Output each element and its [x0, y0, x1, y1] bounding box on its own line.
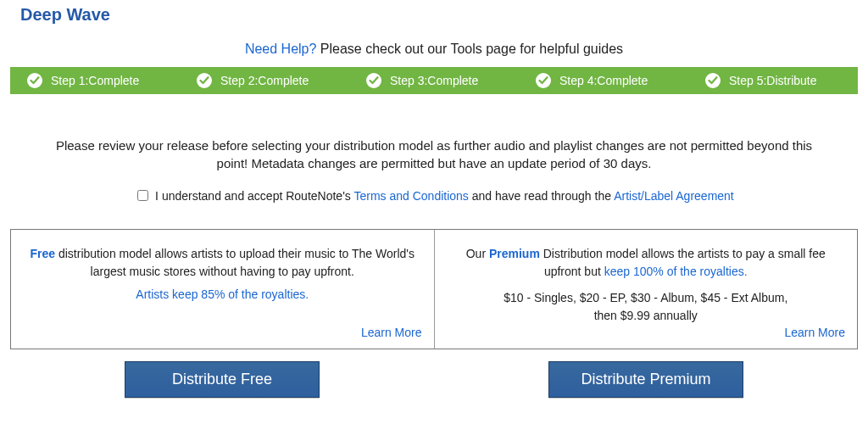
- check-icon: [27, 73, 42, 88]
- cta-row: Distribute Free Distribute Premium: [0, 349, 868, 398]
- step-3: Step 3:Complete: [349, 67, 519, 94]
- step-label: Step 4:Complete: [559, 74, 648, 87]
- terms-link[interactable]: Terms and Conditions: [353, 189, 468, 203]
- step-label: Step 5:Distribute: [729, 74, 817, 87]
- check-icon: [536, 73, 551, 88]
- pricing-line-2: then $9.99 annually: [594, 309, 698, 322]
- distribute-free-button[interactable]: Distribute Free: [125, 361, 320, 398]
- step-4: Step 4:Complete: [519, 67, 688, 94]
- check-icon: [705, 73, 721, 88]
- pricing-line-1: $10 - Singles, $20 - EP, $30 - Album, $4…: [504, 291, 787, 304]
- consent-mid: and have read through the: [469, 189, 614, 203]
- free-learn-more-link[interactable]: Learn More: [361, 324, 422, 342]
- premium-learn-more-link[interactable]: Learn More: [784, 324, 845, 342]
- step-1: Step 1:Complete: [10, 67, 180, 94]
- cta-col-free: Distribute Free: [10, 361, 434, 398]
- premium-lead: Our: [466, 247, 489, 260]
- step-5: Step 5:Distribute: [688, 67, 858, 94]
- premium-royalties-link[interactable]: keep 100% of the royalties.: [604, 265, 748, 278]
- cta-col-premium: Distribute Premium: [434, 361, 858, 398]
- model-free-desc: Free distribution model allows artists t…: [25, 245, 420, 304]
- progress-steps: Step 1:Complete Step 2:Complete Step 3:C…: [10, 67, 858, 94]
- check-icon: [366, 73, 381, 88]
- step-label: Step 2:Complete: [220, 74, 309, 87]
- model-premium: Our Premium Distribution model allows th…: [435, 230, 858, 349]
- distribution-models: Free distribution model allows artists t…: [10, 229, 858, 349]
- consent-label[interactable]: I understand and accept RouteNote's Term…: [134, 189, 734, 203]
- free-royalties: Artists keep 85% of the royalties.: [25, 286, 420, 304]
- consent-prefix: I understand and accept RouteNote's: [155, 189, 353, 203]
- model-free: Free distribution model allows artists t…: [11, 230, 435, 349]
- need-help-link[interactable]: Need Help?: [245, 42, 317, 56]
- free-body: distribution model allows artists to upl…: [55, 247, 415, 278]
- agreement-link[interactable]: Artist/Label Agreement: [614, 189, 734, 203]
- step-2: Step 2:Complete: [180, 67, 349, 94]
- premium-pricing: $10 - Singles, $20 - EP, $30 - Album, $4…: [448, 289, 844, 325]
- review-instructions: Please review your release before select…: [0, 94, 868, 181]
- free-accent: Free: [31, 247, 56, 260]
- premium-accent: Premium: [489, 247, 540, 260]
- model-premium-desc: Our Premium Distribution model allows th…: [448, 245, 844, 281]
- page-title: Deep Wave: [0, 0, 868, 25]
- distribute-premium-button[interactable]: Distribute Premium: [548, 361, 743, 398]
- step-label: Step 3:Complete: [390, 74, 478, 87]
- consent-checkbox[interactable]: [137, 190, 148, 201]
- consent-row: I understand and accept RouteNote's Term…: [0, 181, 868, 217]
- check-icon: [197, 73, 212, 88]
- help-tail: Please check out our Tools page for help…: [316, 42, 623, 56]
- step-label: Step 1:Complete: [51, 74, 139, 87]
- help-line: Need Help? Please check out our Tools pa…: [0, 25, 868, 67]
